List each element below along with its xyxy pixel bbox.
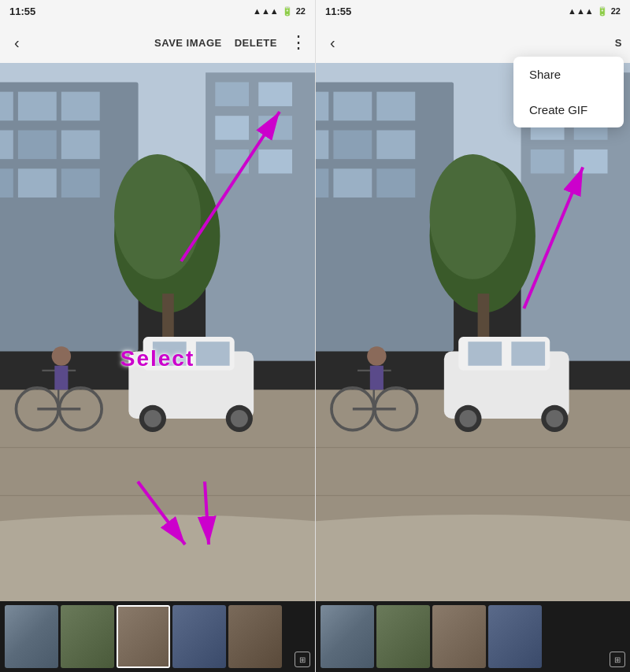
thumb-5-left[interactable] (228, 605, 282, 668)
thumb-1-left[interactable] (5, 605, 58, 668)
svg-rect-7 (61, 131, 100, 160)
svg-rect-58 (531, 150, 565, 174)
expand-icon-right[interactable]: ⊞ (610, 652, 625, 667)
svg-rect-5 (0, 131, 13, 160)
battery-icon: 🔋 (282, 6, 293, 17)
thumbnail-strip-right: ⊞ (316, 601, 630, 672)
save-image-button[interactable]: SAVE IMAGE (154, 37, 222, 49)
svg-point-19 (114, 154, 201, 279)
svg-rect-2 (0, 92, 13, 121)
main-image-right (316, 63, 630, 601)
thumb-3-left[interactable] (117, 605, 170, 668)
status-icons-left: ▲▲▲ 🔋 22 (253, 6, 306, 17)
svg-point-73 (546, 410, 563, 427)
svg-rect-15 (258, 116, 292, 140)
svg-rect-17 (258, 150, 292, 174)
svg-rect-6 (18, 131, 57, 160)
notification-count: 22 (296, 6, 306, 16)
status-time-right: 11:55 (325, 6, 351, 17)
svg-rect-3 (18, 92, 57, 121)
thumb-3-right[interactable] (432, 605, 486, 668)
svg-rect-9 (18, 168, 57, 198)
svg-point-29 (144, 410, 161, 427)
back-button-left[interactable]: ‹ (8, 31, 26, 55)
svg-rect-16 (215, 150, 249, 174)
delete-button[interactable]: DELETE (235, 37, 277, 49)
svg-rect-45 (333, 92, 372, 121)
svg-point-79 (367, 346, 386, 365)
notification-count-right: 22 (611, 6, 621, 16)
svg-rect-51 (333, 168, 372, 198)
thumb-4-left[interactable] (172, 605, 226, 668)
svg-point-31 (231, 410, 248, 427)
svg-point-61 (430, 154, 517, 279)
svg-rect-50 (316, 168, 328, 198)
status-time-left: 11:55 (9, 6, 35, 17)
svg-rect-38 (54, 366, 68, 390)
status-icons-right: ▲▲▲ 🔋 22 (568, 6, 621, 17)
svg-rect-27 (196, 342, 230, 366)
top-actions-right: S (615, 37, 622, 49)
svg-rect-12 (215, 82, 249, 106)
wifi-icon: ▲▲▲ (253, 6, 279, 16)
svg-rect-44 (316, 92, 328, 121)
svg-rect-52 (376, 168, 415, 198)
status-bar-left: 11:55 ▲▲▲ 🔋 22 (0, 0, 315, 22)
svg-rect-80 (370, 366, 384, 390)
dropdown-menu: Share Create GIF (513, 57, 624, 127)
battery-icon-right: 🔋 (597, 6, 608, 17)
svg-rect-47 (316, 131, 328, 160)
status-bar-right: 11:55 ▲▲▲ 🔋 22 (316, 0, 630, 22)
thumb-2-left[interactable] (61, 605, 114, 668)
svg-rect-13 (258, 82, 292, 106)
svg-point-37 (52, 346, 71, 365)
save-partial-right[interactable]: S (615, 37, 622, 49)
svg-rect-4 (61, 92, 100, 121)
right-panel: 11:55 ▲▲▲ 🔋 22 ‹ S Share Create GIF (315, 0, 630, 672)
thumb-4-right[interactable] (488, 605, 542, 668)
top-actions-left: SAVE IMAGE DELETE ⋮ (154, 34, 307, 51)
svg-rect-49 (376, 131, 415, 160)
expand-icon-left[interactable]: ⊞ (295, 652, 310, 667)
back-button-right[interactable]: ‹ (324, 31, 342, 55)
svg-rect-68 (468, 342, 502, 366)
thumb-2-right[interactable] (376, 605, 430, 668)
thumbnail-strip-left: ⊞ (0, 601, 315, 672)
svg-rect-14 (215, 116, 249, 140)
left-panel: 11:55 ▲▲▲ 🔋 22 ‹ SAVE IMAGE DELETE ⋮ (0, 0, 315, 672)
create-gif-menu-item[interactable]: Create GIF (513, 92, 624, 127)
wifi-icon-right: ▲▲▲ (568, 6, 594, 16)
more-options-button-left[interactable]: ⋮ (290, 34, 307, 51)
svg-rect-10 (61, 168, 100, 198)
main-image-left: Select (0, 63, 315, 601)
svg-rect-46 (376, 92, 415, 121)
svg-rect-69 (511, 342, 545, 366)
thumb-1-right[interactable] (321, 605, 374, 668)
share-menu-item[interactable]: Share (513, 57, 624, 92)
top-bar-left: ‹ SAVE IMAGE DELETE ⋮ (0, 22, 315, 63)
svg-rect-8 (0, 168, 13, 198)
svg-point-71 (459, 410, 476, 427)
svg-rect-59 (574, 150, 608, 174)
svg-rect-26 (153, 342, 187, 366)
svg-rect-48 (333, 131, 372, 160)
